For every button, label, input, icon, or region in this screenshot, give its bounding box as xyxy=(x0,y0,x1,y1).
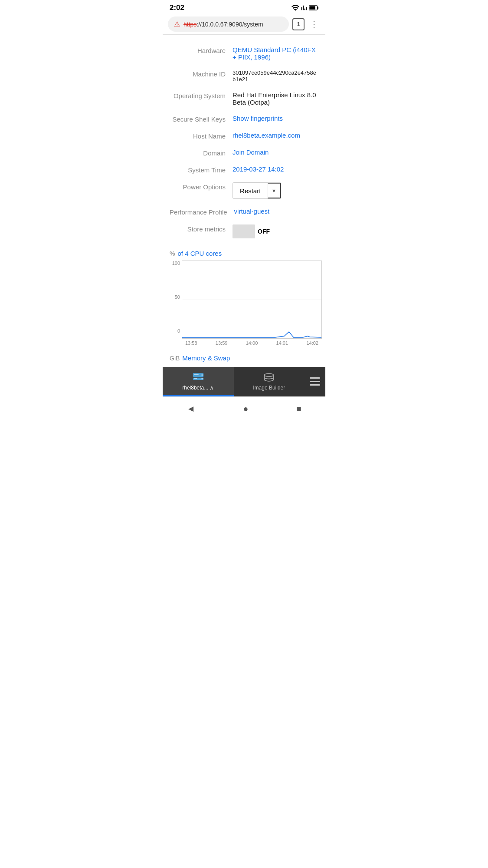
power-options-row: Power Options Restart ▾ xyxy=(163,178,325,203)
domain-row: Domain Join Domain xyxy=(163,144,325,161)
cpu-chart-wrapper: 100 50 0 13:58 13:59 14:00 14:01 14:02 xyxy=(166,261,322,346)
hardware-label: Hardware xyxy=(170,46,233,54)
system-time-value[interactable]: 2019-03-27 14:02 xyxy=(233,165,318,173)
store-metrics-label: Store metrics xyxy=(170,224,233,233)
tab-count[interactable]: 1 xyxy=(292,18,305,30)
system-time-label: System Time xyxy=(170,165,233,174)
https-text: https xyxy=(183,21,197,28)
svg-rect-1 xyxy=(318,7,318,9)
bottom-nav-rhel8beta-label: rhel8beta... xyxy=(182,385,208,391)
url-rest-text: ://10.0.0.67:9090/system xyxy=(197,21,263,28)
bottom-nav-menu-button[interactable] xyxy=(305,367,325,396)
cpu-y-0: 0 xyxy=(166,328,180,333)
cpu-y-50: 50 xyxy=(166,294,180,300)
cpu-chart-title: of 4 CPU cores xyxy=(177,250,222,257)
url-bar[interactable]: ⚠ https://10.0.0.67:9090/system xyxy=(168,17,289,32)
cpu-chart-area xyxy=(182,261,322,339)
power-options-label: Power Options xyxy=(170,182,233,191)
power-restart-button[interactable]: Restart xyxy=(233,184,268,198)
toggle-track[interactable] xyxy=(233,224,255,238)
hardware-row: Hardware QEMU Standard PC (i440FX + PIIX… xyxy=(163,42,325,65)
recent-button[interactable]: ■ xyxy=(288,401,310,416)
bottom-nav-image-builder-label: Image Builder xyxy=(253,385,285,391)
svg-rect-2 xyxy=(309,6,315,10)
store-metrics-toggle[interactable]: OFF xyxy=(233,224,272,238)
cpu-grid-50 xyxy=(182,300,321,300)
svg-rect-7 xyxy=(194,374,199,375)
battery-icon xyxy=(309,5,318,10)
cpu-chart-section: % of 4 CPU cores 100 50 0 13:58 13:59 14… xyxy=(163,243,325,349)
bottom-nav-image-builder[interactable]: Image Builder xyxy=(234,367,305,396)
ssh-keys-value[interactable]: Show fingerprints xyxy=(233,115,318,122)
perf-profile-label: Performance Profile xyxy=(170,208,234,216)
system-time-row: System Time 2019-03-27 14:02 xyxy=(163,161,325,178)
cpu-x-1402: 14:02 xyxy=(306,340,318,346)
toggle-off-label: OFF xyxy=(255,226,272,237)
svg-rect-10 xyxy=(310,377,320,379)
hostname-value[interactable]: rhel8beta.example.com xyxy=(233,132,318,139)
cpu-chart-title-row: % of 4 CPU cores xyxy=(163,250,325,261)
cpu-y-100: 100 xyxy=(166,261,180,266)
machine-id-value: 301097ce059e44c290ca2e4758eb1e21 xyxy=(233,69,318,83)
main-content: Hardware QEMU Standard PC (i440FX + PIIX… xyxy=(163,35,325,363)
warning-icon: ⚠ xyxy=(174,20,180,28)
cpu-x-1401: 14:01 xyxy=(276,340,288,346)
ssh-keys-row: Secure Shell Keys Show fingerprints xyxy=(163,110,325,127)
ssh-keys-label: Secure Shell Keys xyxy=(170,115,233,123)
os-label: Operating System xyxy=(170,91,233,99)
cpu-x-1400: 14:00 xyxy=(246,340,258,346)
domain-value[interactable]: Join Domain xyxy=(233,149,318,156)
memory-title: Memory & Swap xyxy=(182,354,230,362)
perf-profile-row: Performance Profile virtual-guest xyxy=(163,203,325,220)
domain-label: Domain xyxy=(170,149,233,157)
hostname-label: Host Name xyxy=(170,132,233,140)
svg-rect-11 xyxy=(310,381,320,382)
android-nav: ◄ ● ■ xyxy=(163,396,325,422)
status-icons xyxy=(291,5,318,11)
url-text: https://10.0.0.67:9090/system xyxy=(183,21,263,28)
cpu-chart-unit: % xyxy=(170,250,175,257)
power-options-control[interactable]: Restart ▾ xyxy=(233,182,281,199)
svg-rect-12 xyxy=(310,384,320,386)
browser-chrome: ⚠ https://10.0.0.67:9090/system 1 ⋮ xyxy=(163,14,325,35)
nav-chevron-icon: ∧ xyxy=(210,384,214,391)
cpu-x-1358: 13:58 xyxy=(185,340,197,346)
machine-id-label: Machine ID xyxy=(170,69,233,78)
server-icon xyxy=(192,372,204,382)
home-button[interactable]: ● xyxy=(234,401,257,416)
memory-unit: GiB xyxy=(170,355,180,362)
image-builder-icon xyxy=(263,373,275,382)
perf-profile-value[interactable]: virtual-guest xyxy=(234,208,318,215)
svg-point-6 xyxy=(201,378,203,380)
os-value: Red Hat Enterprise Linux 8.0 Beta (Ootpa… xyxy=(233,91,318,106)
svg-point-9 xyxy=(265,373,274,376)
wifi-icon xyxy=(291,5,299,11)
cpu-chart-x-labels: 13:58 13:59 14:00 14:01 14:02 xyxy=(182,339,322,346)
svg-rect-8 xyxy=(194,378,197,379)
os-row: Operating System Red Hat Enterprise Linu… xyxy=(163,87,325,110)
hostname-row: Host Name rhel8beta.example.com xyxy=(163,127,325,144)
hamburger-icon xyxy=(310,377,320,386)
status-bar: 2:02 xyxy=(163,0,325,14)
store-metrics-row: Store metrics OFF xyxy=(163,220,325,243)
power-dropdown-button[interactable]: ▾ xyxy=(268,183,281,198)
memory-title-row: GiB Memory & Swap xyxy=(163,349,325,363)
machine-id-row: Machine ID 301097ce059e44c290ca2e4758eb1… xyxy=(163,65,325,87)
signal-icon xyxy=(301,5,307,11)
back-button[interactable]: ◄ xyxy=(178,401,204,416)
cpu-x-1359: 13:59 xyxy=(216,340,228,346)
cpu-chart-y-labels: 100 50 0 xyxy=(166,261,182,333)
browser-menu-icon[interactable]: ⋮ xyxy=(308,17,320,31)
bottom-nav: rhel8beta... ∧ Image Builder xyxy=(163,367,325,396)
bottom-nav-rhel8beta[interactable]: rhel8beta... ∧ xyxy=(163,367,234,396)
status-time: 2:02 xyxy=(170,3,184,12)
hardware-value[interactable]: QEMU Standard PC (i440FX + PIIX, 1996) xyxy=(233,46,318,61)
svg-point-5 xyxy=(201,374,203,376)
